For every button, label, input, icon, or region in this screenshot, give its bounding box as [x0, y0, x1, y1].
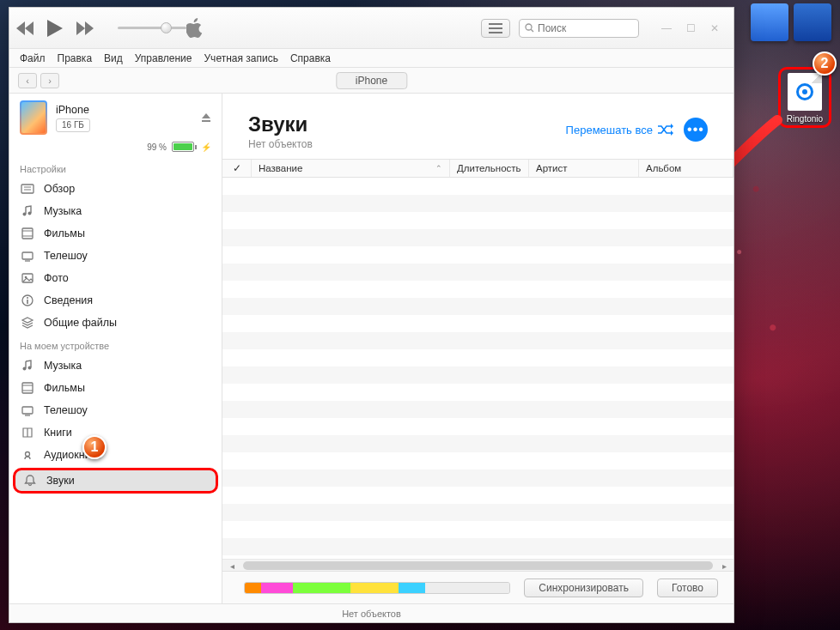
scroll-right-icon[interactable]: ▸ [716, 560, 732, 572]
svg-rect-21 [22, 252, 33, 259]
svg-marker-1 [25, 21, 33, 35]
next-button[interactable] [75, 21, 94, 35]
sort-caret-icon: ⌃ [435, 164, 442, 173]
sidebar-item-info[interactable]: Сведения [9, 289, 222, 312]
svg-rect-13 [21, 185, 33, 193]
apple-logo-icon [186, 18, 481, 39]
film-icon [20, 226, 35, 241]
col-check[interactable]: ✓ [222, 160, 252, 177]
shuffle-label: Перемешать все [566, 124, 653, 136]
prev-button[interactable] [16, 21, 35, 35]
sidebar-item-label: Фильмы [44, 227, 85, 239]
view-mode-button[interactable] [481, 19, 510, 38]
svg-point-9 [526, 24, 532, 30]
search-input[interactable] [538, 22, 633, 34]
shuffle-all-button[interactable]: Перемешать все [566, 124, 673, 136]
done-button[interactable]: Готово [657, 579, 718, 597]
play-button[interactable] [47, 20, 63, 37]
svg-rect-31 [22, 383, 33, 393]
menu-справка[interactable]: Справка [290, 52, 331, 64]
col-duration[interactable]: Длительность [450, 160, 529, 177]
sidebar-item-label: Музыка [44, 205, 82, 217]
minimize-button[interactable]: — [654, 19, 679, 38]
maximize-button[interactable]: ☐ [679, 19, 703, 38]
sidebar-item-photo[interactable]: Фото [9, 267, 222, 289]
search-box[interactable] [519, 19, 639, 38]
sidebar-section-settings: Настройки [9, 157, 222, 178]
desktop-file-ringtone[interactable]: Ringtonio [778, 67, 831, 128]
sidebar-item-tv[interactable]: Телешоу [9, 245, 222, 267]
battery-row: 99 % ⚡ [9, 142, 222, 157]
window-controls: — ☐ ✕ [654, 19, 727, 38]
tray-icon[interactable] [794, 3, 831, 41]
search-icon [525, 23, 534, 33]
svg-rect-7 [489, 27, 502, 29]
music-icon [20, 203, 35, 219]
svg-rect-6 [489, 23, 502, 25]
content-title: Звуки [248, 112, 313, 136]
capacity-segment [293, 583, 351, 593]
menu-файл[interactable]: Файл [20, 52, 46, 64]
battery-icon [172, 142, 194, 152]
capacity-bar [244, 582, 510, 594]
music-icon [20, 358, 35, 373]
breadcrumb[interactable]: iPhone [336, 72, 407, 89]
capacity-segment [245, 583, 260, 593]
charging-icon: ⚡ [201, 142, 211, 152]
menu-учетная запись[interactable]: Учетная запись [204, 52, 278, 64]
svg-rect-8 [489, 32, 502, 33]
sidebar-item-bell[interactable]: Звуки [13, 468, 218, 494]
close-window-button[interactable]: ✕ [703, 19, 727, 38]
toolbar-right: — ☐ ✕ [481, 19, 727, 38]
eject-icon[interactable] [201, 112, 211, 123]
sidebar-item-tv[interactable]: Телешоу [9, 399, 222, 421]
sidebar-item-label: Телешоу [44, 250, 88, 262]
sidebar-item-film[interactable]: Фильмы [9, 377, 222, 399]
svg-point-16 [23, 213, 27, 216]
svg-point-36 [26, 452, 30, 457]
capacity-segment [350, 583, 398, 593]
sync-footer: Синхронизировать Готово [222, 571, 733, 603]
svg-rect-18 [22, 228, 33, 239]
sidebar-item-summary[interactable]: Обзор [9, 178, 222, 200]
sidebar-item-music[interactable]: Музыка [9, 200, 222, 222]
film-icon [20, 380, 35, 396]
col-album[interactable]: Альбом [639, 160, 733, 177]
device-header[interactable]: iPhone 16 ГБ [9, 94, 222, 142]
sidebar-item-film[interactable]: Фильмы [9, 222, 222, 245]
col-name[interactable]: Название⌃ [252, 160, 450, 177]
volume-slider[interactable] [118, 27, 186, 29]
menu-вид[interactable]: Вид [104, 52, 123, 64]
sidebar-section-device: На моем устройстве [9, 334, 222, 354]
sidebar-item-book[interactable]: Книги [9, 421, 222, 444]
h-scrollbar[interactable]: ◂ ▸ [222, 559, 733, 571]
sync-button[interactable]: Синхронизировать [524, 579, 643, 597]
svg-marker-5 [85, 21, 94, 35]
scroll-thumb[interactable] [243, 561, 713, 570]
shuffle-icon [658, 124, 673, 136]
svg-point-17 [28, 212, 32, 215]
playback-controls [16, 20, 186, 37]
col-artist[interactable]: Артист [529, 160, 639, 177]
svg-point-27 [27, 297, 28, 299]
menu-правка[interactable]: Правка [58, 52, 93, 64]
info-icon [20, 293, 35, 308]
annotation-badge-1: 1 [82, 435, 107, 459]
scroll-left-icon[interactable]: ◂ [224, 560, 240, 572]
sidebar-item-label: Фото [44, 272, 69, 284]
status-bar: Нет объектов [9, 603, 733, 622]
more-button[interactable]: ••• [684, 118, 708, 142]
back-button[interactable]: ‹ [18, 73, 37, 88]
svg-rect-26 [27, 300, 28, 304]
menu-управление[interactable]: Управление [135, 52, 192, 64]
sidebar-item-label: Книги [44, 427, 72, 439]
sidebar-item-audio[interactable]: Аудиокниги [9, 444, 222, 466]
sidebar-item-apps[interactable]: Общие файлы [9, 312, 222, 334]
tray-icon[interactable] [751, 3, 788, 41]
svg-rect-34 [22, 407, 33, 414]
sidebar-item-label: Фильмы [44, 382, 85, 394]
sidebar-item-music[interactable]: Музыка [9, 354, 222, 377]
taskbar-tray [751, 3, 831, 41]
forward-button[interactable]: › [40, 73, 59, 88]
table-body-empty[interactable] [222, 178, 733, 559]
